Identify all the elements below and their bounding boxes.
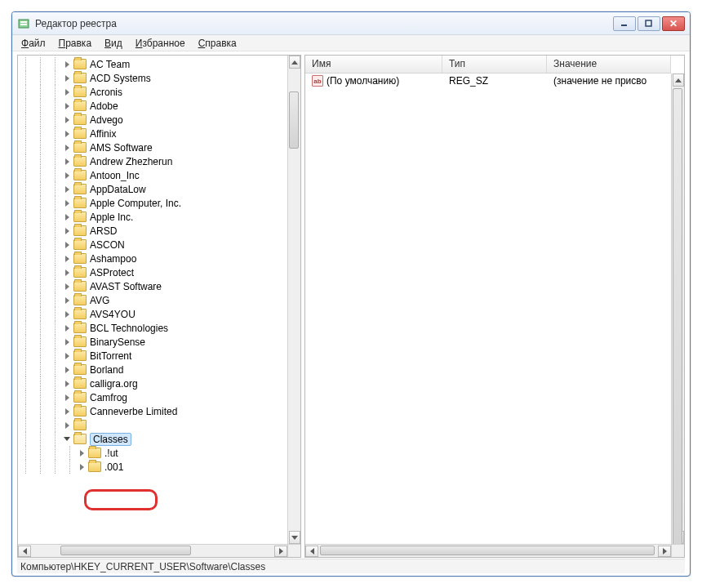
menu-help[interactable]: Справка (193, 36, 242, 51)
expander-icon[interactable] (62, 393, 72, 403)
tree-node[interactable]: Antoon_Inc (18, 168, 287, 182)
tree-node-label[interactable]: Apple Inc. (90, 212, 133, 223)
tree-node[interactable]: BinarySense (18, 335, 287, 349)
list-hscroll[interactable] (305, 544, 671, 557)
tree-node[interactable]: Andrew Zhezherun (18, 154, 287, 168)
expander-icon[interactable] (77, 462, 87, 472)
expander-icon[interactable] (62, 351, 72, 361)
tree-node-label[interactable]: AppDataLow (90, 184, 146, 195)
tree-node[interactable]: .!ut (18, 446, 287, 460)
tree-node-label[interactable]: AVS4YOU (90, 309, 136, 320)
tree-node-label[interactable]: Andrew Zhezherun (90, 156, 172, 167)
expander-icon[interactable] (62, 185, 72, 194)
expander-icon[interactable] (77, 448, 87, 458)
expander-icon[interactable] (62, 254, 72, 264)
menu-edit[interactable]: Правка (53, 36, 98, 51)
expander-icon[interactable] (62, 268, 72, 278)
expander-icon[interactable] (62, 310, 72, 319)
scroll-up-icon[interactable] (673, 74, 684, 87)
tree-node[interactable]: Classes (18, 432, 287, 446)
tree-node-label[interactable]: ASCON (90, 239, 125, 251)
tree-node[interactable]: ACD Systems (18, 71, 287, 85)
tree-node[interactable]: Affinix (18, 127, 287, 140)
tree-node[interactable]: AMS Software (18, 140, 287, 154)
scroll-left-icon[interactable] (305, 546, 318, 557)
menu-favorites[interactable]: Избранное (130, 36, 191, 51)
menu-view[interactable]: Вид (99, 36, 128, 51)
expander-icon[interactable] (62, 296, 72, 305)
tree-node-label[interactable]: Chromium (90, 420, 135, 431)
expander-icon[interactable] (62, 60, 72, 69)
expander-icon[interactable] (62, 171, 72, 180)
tree-node-label[interactable]: calligra.org (90, 378, 138, 390)
expander-icon[interactable] (62, 101, 72, 111)
tree-node-label[interactable]: Apple Computer, Inc. (90, 198, 181, 209)
value-row[interactable]: ab(По умолчанию) REG_SZ (значение не при… (305, 74, 671, 88)
scroll-down-icon[interactable] (289, 531, 300, 544)
tree-hscroll[interactable] (18, 544, 287, 557)
tree-node[interactable]: AVAST Software (18, 279, 287, 293)
tree-node[interactable]: ASProtect (18, 265, 287, 279)
scroll-left-icon[interactable] (18, 546, 31, 557)
tree-node[interactable]: Camfrog (18, 390, 287, 404)
tree-node[interactable]: AVS4YOU (18, 307, 287, 321)
tree-node[interactable]: Chromium (18, 418, 287, 432)
expander-icon[interactable] (62, 379, 72, 389)
expander-icon[interactable] (62, 143, 72, 153)
expander-icon[interactable] (62, 129, 72, 139)
tree-vscroll-thumb[interactable] (289, 91, 299, 149)
col-value[interactable]: Значение (547, 56, 671, 73)
titlebar[interactable]: Редактор реестра ✕ (12, 12, 690, 35)
tree-hscroll-thumb[interactable] (60, 546, 191, 555)
tree-node[interactable]: Borland (18, 363, 287, 376)
tree-node-label[interactable]: Acronis (90, 87, 122, 98)
tree-node[interactable]: ASCON (18, 238, 287, 252)
tree-node-label[interactable]: Antoon_Inc (90, 170, 140, 181)
tree-node-label[interactable]: AC Team (90, 59, 130, 70)
expander-icon[interactable] (62, 337, 72, 347)
tree-node[interactable]: Adobe (18, 99, 287, 113)
tree-node-label[interactable]: Adobe (90, 100, 118, 112)
menu-file[interactable]: Файл (16, 36, 51, 51)
expander-icon[interactable] (62, 323, 72, 333)
tree-node-label[interactable]: BCL Technologies (90, 323, 168, 334)
tree-node-label[interactable]: Ashampoo (90, 253, 136, 265)
tree-node[interactable]: Apple Computer, Inc. (18, 196, 287, 210)
tree-node-label[interactable]: AMS Software (90, 142, 153, 154)
tree-node-label[interactable]: .001 (104, 461, 123, 473)
tree-node-label[interactable]: ASProtect (90, 267, 134, 278)
tree-node-label[interactable]: Borland (90, 364, 123, 376)
list-vscroll[interactable] (671, 74, 684, 544)
tree-node-label[interactable]: BitTorrent (90, 350, 131, 362)
minimize-button[interactable] (613, 16, 636, 31)
tree-node[interactable]: AC Team (18, 57, 287, 71)
expander-icon[interactable] (62, 157, 72, 167)
expander-icon[interactable] (62, 282, 72, 292)
tree-node[interactable]: BCL Technologies (18, 321, 287, 335)
tree-node[interactable]: .001 (18, 460, 287, 474)
tree-node-label[interactable]: Advego (90, 114, 123, 126)
expander-icon[interactable] (62, 434, 72, 444)
expander-icon[interactable] (62, 115, 72, 125)
expander-icon[interactable] (62, 226, 72, 236)
maximize-button[interactable] (638, 16, 660, 31)
tree-node[interactable]: ARSD (18, 224, 287, 238)
expander-icon[interactable] (62, 365, 72, 375)
close-button[interactable]: ✕ (662, 16, 685, 31)
list-vscroll-thumb[interactable] (673, 88, 682, 554)
tree-node[interactable]: calligra.org (18, 376, 287, 390)
expander-icon[interactable] (62, 212, 72, 222)
expander-icon[interactable] (62, 74, 72, 83)
tree-node-label[interactable]: ACD Systems (90, 73, 151, 84)
expander-icon[interactable] (62, 240, 72, 250)
tree-vscroll[interactable] (287, 56, 300, 544)
scroll-up-icon[interactable] (289, 56, 300, 69)
tree-node[interactable]: Canneverbe Limited (18, 404, 287, 418)
tree-node[interactable]: AppDataLow (18, 182, 287, 196)
expander-icon[interactable] (62, 198, 72, 208)
tree-node-label[interactable]: .!ut (104, 448, 118, 459)
tree-node-label[interactable]: ARSD (90, 225, 117, 237)
tree-node[interactable]: Ashampoo (18, 252, 287, 265)
col-name[interactable]: Имя (305, 56, 442, 73)
tree-node-label[interactable]: Classes (90, 433, 131, 446)
